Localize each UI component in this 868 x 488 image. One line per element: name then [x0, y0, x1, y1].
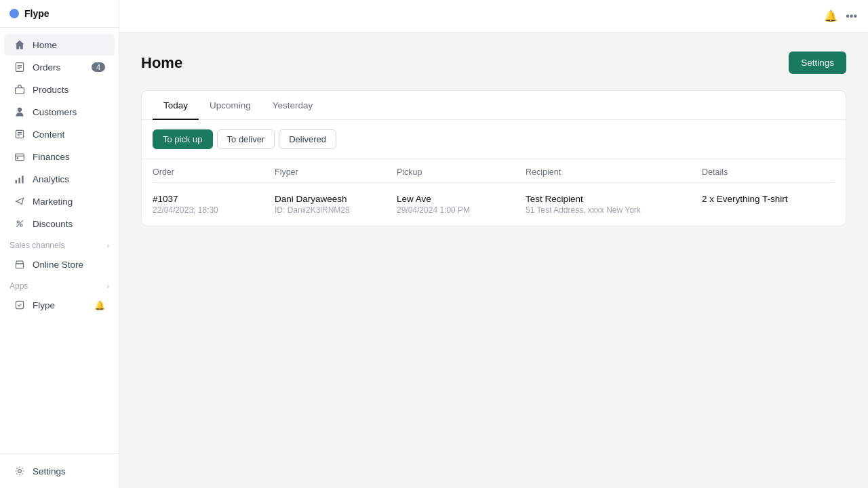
sales-channels-chevron: › — [107, 242, 109, 249]
svg-rect-11 — [16, 180, 17, 184]
sidebar-item-analytics[interactable]: Analytics — [4, 168, 115, 190]
sidebar-label-marketing: Marketing — [33, 197, 73, 207]
svg-rect-17 — [16, 264, 23, 268]
col-recipient: Recipient — [526, 167, 702, 177]
sidebar-item-orders[interactable]: Orders 4 — [4, 56, 115, 78]
col-details: Details — [702, 167, 835, 177]
sidebar-item-marketing[interactable]: Marketing — [4, 190, 115, 212]
col-pickup: Pickup — [397, 167, 526, 177]
col-flyper: Flyper — [275, 167, 397, 177]
analytics-icon — [14, 173, 26, 185]
content-icon — [14, 128, 26, 140]
orders-badge: 4 — [92, 62, 105, 72]
sidebar-item-products[interactable]: Products — [4, 79, 115, 100]
filter-row: To pick up To deliver Delivered — [142, 120, 846, 159]
recipient-address: 51 Test Address, xxxx New York — [526, 205, 702, 215]
apps-chevron: › — [107, 283, 109, 290]
customers-icon — [14, 106, 26, 118]
sidebar-item-discounts[interactable]: Discounts — [4, 213, 115, 235]
sidebar-label-discounts: Discounts — [33, 219, 73, 229]
filter-to-pick-up[interactable]: To pick up — [153, 129, 213, 149]
details-cell: 2 x Everything T-shirt — [702, 194, 835, 204]
sidebar-item-online-store[interactable]: Online Store — [4, 253, 115, 275]
sales-channels-label: Sales channels — [9, 241, 64, 250]
sidebar-item-flype[interactable]: Flype 🔔 — [4, 294, 115, 316]
sidebar-label-online-store: Online Store — [33, 260, 83, 270]
brand-name: Flype — [24, 8, 50, 19]
tab-row: Today Upcoming Yesterday — [142, 91, 846, 120]
apps-label: Apps — [9, 281, 28, 291]
page-title: Home — [141, 54, 182, 72]
pickup-location: Lew Ave — [397, 194, 526, 204]
flype-bell-icon[interactable]: 🔔 — [94, 300, 105, 310]
svg-rect-12 — [18, 178, 20, 183]
topbar: 🔔 ••• — [119, 0, 868, 33]
order-cell: #1037 22/04/2023, 18:30 — [153, 194, 275, 215]
settings-button[interactable]: Settings — [789, 52, 846, 74]
sidebar-label-finances: Finances — [33, 152, 70, 162]
store-icon — [14, 258, 26, 270]
sidebar-item-settings[interactable]: Settings — [4, 460, 115, 482]
order-details: 2 x Everything T-shirt — [702, 194, 835, 204]
svg-point-14 — [17, 221, 19, 223]
sidebar-label-analytics: Analytics — [33, 174, 69, 184]
sidebar-label-orders: Orders — [33, 62, 60, 73]
svg-point-19 — [18, 470, 22, 473]
table-row[interactable]: #1037 22/04/2023, 18:30 Dani Daryaweesh … — [153, 183, 835, 226]
sidebar-label-customers: Customers — [33, 107, 77, 117]
sidebar-label-settings: Settings — [33, 466, 66, 476]
finances-icon — [14, 150, 26, 163]
pickup-datetime: 29/04/2024 1:00 PM — [397, 205, 526, 215]
sidebar-item-finances[interactable]: Finances — [4, 146, 115, 167]
recipient-name: Test Recipient — [526, 194, 702, 204]
svg-rect-4 — [16, 88, 24, 94]
sidebar-nav: Home Orders 4 Products Customers Conte — [0, 28, 119, 453]
order-number: #1037 — [153, 194, 275, 204]
orders-icon — [14, 61, 26, 73]
tab-today[interactable]: Today — [153, 91, 199, 120]
sidebar-label-products: Products — [33, 85, 68, 95]
flyper-name: Dani Daryaweesh — [275, 194, 397, 204]
page-header: Home Settings — [141, 52, 846, 74]
apps-section: Apps › — [0, 276, 119, 293]
col-order: Order — [153, 167, 275, 177]
discounts-icon — [14, 218, 26, 230]
sidebar-label-flype: Flype — [33, 300, 87, 310]
marketing-icon — [14, 195, 26, 207]
tab-yesterday[interactable]: Yesterday — [262, 91, 324, 120]
flyper-id: ID: Danii2K3lRNM28 — [275, 205, 397, 215]
flype-app-icon — [14, 299, 26, 311]
orders-table: Order Flyper Pickup Recipient Details #1… — [142, 159, 846, 226]
svg-rect-9 — [16, 154, 24, 161]
sidebar-label-content: Content — [33, 129, 64, 140]
sidebar-item-customers[interactable]: Customers — [4, 101, 115, 123]
svg-rect-13 — [22, 176, 23, 183]
products-icon — [14, 83, 26, 96]
table-header: Order Flyper Pickup Recipient Details — [153, 159, 835, 183]
pickup-cell: Lew Ave 29/04/2024 1:00 PM — [397, 194, 526, 215]
svg-point-10 — [17, 158, 18, 159]
sales-channels-section: Sales channels › — [0, 235, 119, 253]
sidebar-label-home: Home — [33, 40, 57, 50]
svg-point-15 — [20, 224, 22, 226]
main-card: Today Upcoming Yesterday To pick up To d… — [141, 90, 846, 226]
tab-upcoming[interactable]: Upcoming — [199, 91, 262, 120]
sidebar-bottom: Settings — [0, 453, 119, 488]
sidebar-header: Flype — [0, 0, 119, 28]
order-date: 22/04/2023, 18:30 — [153, 205, 275, 215]
sidebar: Flype Home Orders 4 Products Cus — [0, 0, 119, 488]
flyper-cell: Dani Daryaweesh ID: Danii2K3lRNM28 — [275, 194, 397, 215]
sidebar-item-home[interactable]: Home — [4, 34, 115, 56]
filter-delivered[interactable]: Delivered — [279, 129, 336, 149]
home-icon — [14, 39, 26, 51]
main-content: Home Settings Today Upcoming Yesterday T… — [119, 0, 868, 488]
sidebar-item-content[interactable]: Content — [4, 123, 115, 145]
filter-to-deliver[interactable]: To deliver — [217, 129, 275, 149]
settings-icon — [14, 465, 26, 477]
brand-icon — [9, 9, 19, 18]
recipient-cell: Test Recipient 51 Test Address, xxxx New… — [526, 194, 702, 215]
notification-bell-icon[interactable]: 🔔 — [824, 9, 837, 22]
more-options-icon[interactable]: ••• — [846, 10, 857, 22]
